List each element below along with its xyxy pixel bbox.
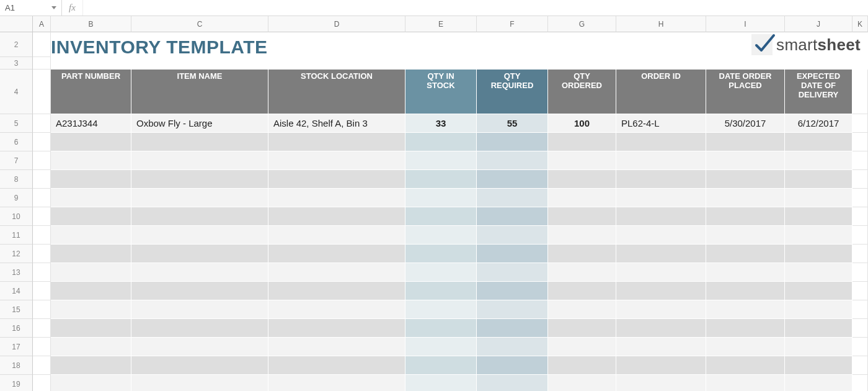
row-header[interactable]: 4 <box>0 70 33 114</box>
cell[interactable] <box>33 375 51 391</box>
cell[interactable] <box>33 32 51 57</box>
cell-order_id[interactable] <box>616 151 706 170</box>
col-header-C[interactable]: C <box>131 16 268 32</box>
cell[interactable] <box>33 189 51 207</box>
cell-qty_ordered[interactable] <box>548 319 616 338</box>
col-header-K[interactable]: K <box>852 16 868 32</box>
cell-qty_ordered[interactable] <box>548 170 616 189</box>
cell[interactable] <box>852 282 868 300</box>
cell-item_name[interactable] <box>131 245 268 263</box>
cell-order_id[interactable] <box>616 300 706 319</box>
cell[interactable] <box>33 207 51 226</box>
cell-expected_delivery[interactable] <box>785 319 852 338</box>
col-header-G[interactable]: G <box>548 16 616 32</box>
cell-qty_required[interactable] <box>477 245 548 263</box>
cell[interactable] <box>33 263 51 282</box>
cell-expected_delivery[interactable] <box>785 375 852 391</box>
cell-order_id[interactable] <box>616 263 706 282</box>
cell-part_number[interactable] <box>51 151 131 170</box>
cell-item_name[interactable] <box>131 207 268 226</box>
cell-expected_delivery[interactable] <box>785 282 852 300</box>
cell[interactable] <box>852 319 868 338</box>
cell-stock_location[interactable] <box>268 189 405 207</box>
row-header[interactable]: 2 <box>0 32 33 57</box>
cell-stock_location[interactable] <box>268 207 405 226</box>
cell[interactable] <box>852 189 868 207</box>
cell[interactable] <box>33 70 51 114</box>
th-part-number[interactable]: PART NUMBER <box>51 70 131 114</box>
cell-part_number[interactable] <box>51 300 131 319</box>
cell[interactable] <box>852 226 868 245</box>
th-qty-ordered[interactable]: QTY ORDERED <box>548 70 616 114</box>
cell-date_order_placed[interactable] <box>706 151 785 170</box>
cell[interactable] <box>852 207 868 226</box>
col-header-J[interactable]: J <box>785 16 852 32</box>
cell-date_order_placed[interactable] <box>706 300 785 319</box>
th-stock-location[interactable]: STOCK LOCATION <box>268 70 405 114</box>
cell-stock_location[interactable] <box>268 375 405 391</box>
cell[interactable] <box>33 282 51 300</box>
cell-expected_delivery[interactable] <box>785 226 852 245</box>
cell-date_order_placed[interactable] <box>706 338 785 356</box>
cell-item_name[interactable] <box>131 300 268 319</box>
cell[interactable] <box>33 300 51 319</box>
select-all-corner[interactable] <box>0 16 33 32</box>
cell-stock_location[interactable] <box>268 245 405 263</box>
cell-part_number[interactable] <box>51 170 131 189</box>
row-header[interactable]: 7 <box>0 151 33 170</box>
cell[interactable] <box>33 356 51 375</box>
cell-item_name[interactable] <box>131 170 268 189</box>
row-header[interactable]: 9 <box>0 189 33 207</box>
cell-qty_ordered[interactable] <box>548 189 616 207</box>
row-header[interactable]: 12 <box>0 245 33 263</box>
cell-qty_in_stock[interactable] <box>405 151 477 170</box>
cell-stock_location[interactable] <box>268 170 405 189</box>
cell-item_name[interactable] <box>131 338 268 356</box>
row-header[interactable]: 15 <box>0 300 33 319</box>
cell-part_number[interactable] <box>51 263 131 282</box>
cell-part_number[interactable] <box>51 189 131 207</box>
cell-part_number[interactable] <box>51 375 131 391</box>
cell-part_number[interactable] <box>51 319 131 338</box>
cell-expected_delivery[interactable] <box>785 263 852 282</box>
cell-qty_in_stock[interactable] <box>405 226 477 245</box>
cell-part_number[interactable] <box>51 356 131 375</box>
cell[interactable] <box>852 300 868 319</box>
cell-qty_ordered[interactable] <box>548 282 616 300</box>
cell-expected_delivery[interactable] <box>785 133 852 151</box>
cell[interactable] <box>852 356 868 375</box>
cell-order_id[interactable] <box>616 245 706 263</box>
cell[interactable] <box>852 375 868 391</box>
col-header-B[interactable]: B <box>51 16 131 32</box>
cell-qty_in_stock[interactable] <box>405 300 477 319</box>
cell-qty_in_stock[interactable] <box>405 319 477 338</box>
fx-icon[interactable]: fx <box>62 0 83 16</box>
cell-qty_required[interactable] <box>477 375 548 391</box>
cell-item_name[interactable] <box>131 263 268 282</box>
col-header-D[interactable]: D <box>268 16 405 32</box>
cell[interactable] <box>33 151 51 170</box>
cell-date_order_placed[interactable] <box>706 282 785 300</box>
cell-qty_in_stock[interactable] <box>405 207 477 226</box>
cell-qty_ordered[interactable] <box>548 375 616 391</box>
row-header[interactable]: 18 <box>0 356 33 375</box>
cell-qty_in_stock[interactable] <box>405 356 477 375</box>
cell-order_id[interactable]: PL62-4-L <box>616 114 706 133</box>
cell-qty_required[interactable] <box>477 282 548 300</box>
cell-part_number[interactable] <box>51 133 131 151</box>
cell-qty_required[interactable] <box>477 319 548 338</box>
cell-expected_delivery[interactable] <box>785 189 852 207</box>
cell[interactable] <box>852 70 868 114</box>
cell-item_name[interactable] <box>131 282 268 300</box>
cell-stock_location[interactable] <box>268 319 405 338</box>
cell-stock_location[interactable] <box>268 338 405 356</box>
cell-item_name[interactable] <box>131 133 268 151</box>
cell-qty_required[interactable] <box>477 133 548 151</box>
cell-expected_delivery[interactable]: 6/12/2017 <box>785 114 852 133</box>
cell-part_number[interactable]: A231J344 <box>51 114 131 133</box>
cell-stock_location[interactable] <box>268 133 405 151</box>
cell-stock_location[interactable]: Aisle 42, Shelf A, Bin 3 <box>268 114 405 133</box>
cell-qty_in_stock[interactable] <box>405 338 477 356</box>
cell[interactable] <box>852 114 868 133</box>
cell-qty_required[interactable] <box>477 263 548 282</box>
